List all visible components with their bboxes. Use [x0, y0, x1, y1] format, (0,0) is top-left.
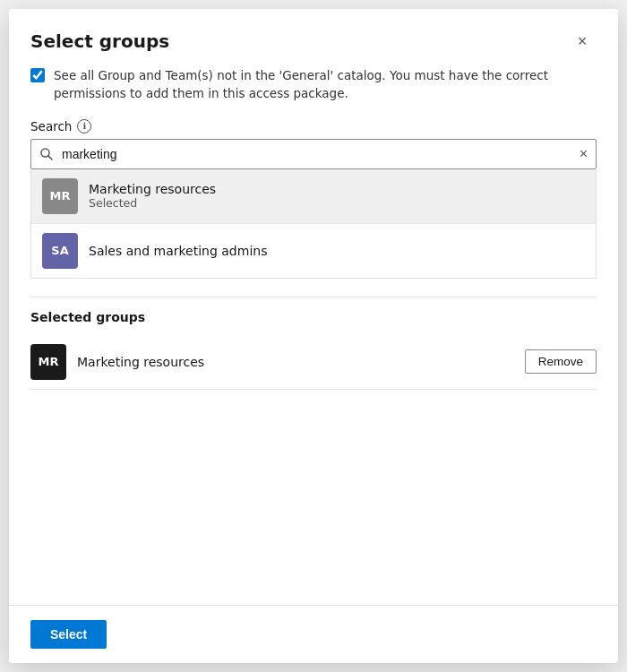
checkbox-row: See all Group and Team(s) not in the 'Ge…: [30, 66, 597, 103]
dialog-title: Select groups: [30, 30, 169, 52]
selected-group-name: Marketing resources: [77, 355, 514, 369]
avatar: SA: [42, 233, 78, 269]
dialog-footer: Select: [9, 605, 618, 663]
search-label: Search: [30, 119, 72, 134]
selected-group-row: MR Marketing resources Remove: [30, 335, 597, 390]
results-list: MR Marketing resources Selected SA Sales…: [30, 169, 597, 279]
svg-line-1: [48, 155, 52, 159]
search-icon: [39, 147, 54, 161]
remove-button[interactable]: Remove: [525, 349, 597, 374]
search-input[interactable]: [30, 139, 597, 169]
result-name: Sales and marketing admins: [89, 244, 267, 258]
see-all-groups-checkbox[interactable]: [30, 68, 45, 82]
info-icon[interactable]: ℹ: [77, 119, 91, 134]
dialog-body: See all Group and Team(s) not in the 'Ge…: [9, 66, 618, 605]
clear-search-button[interactable]: ×: [578, 145, 589, 163]
close-button[interactable]: ×: [568, 27, 597, 56]
result-info: Marketing resources Selected: [89, 182, 216, 210]
result-item[interactable]: MR Marketing resources Selected: [31, 169, 596, 224]
selected-groups-title: Selected groups: [30, 310, 597, 324]
selected-group-avatar: MR: [30, 344, 66, 380]
section-divider: [30, 297, 597, 297]
checkbox-label: See all Group and Team(s) not in the 'Ge…: [54, 66, 597, 103]
dialog-header: Select groups ×: [9, 9, 618, 66]
search-input-wrapper: ×: [30, 139, 597, 169]
result-info: Sales and marketing admins: [89, 244, 267, 258]
result-item[interactable]: SA Sales and marketing admins: [31, 224, 596, 278]
select-button[interactable]: Select: [30, 620, 107, 649]
search-label-row: Search ℹ: [30, 119, 597, 134]
result-name: Marketing resources: [89, 182, 216, 196]
result-status: Selected: [89, 196, 216, 210]
select-groups-dialog: Select groups × See all Group and Team(s…: [9, 9, 618, 663]
avatar: MR: [42, 178, 78, 214]
